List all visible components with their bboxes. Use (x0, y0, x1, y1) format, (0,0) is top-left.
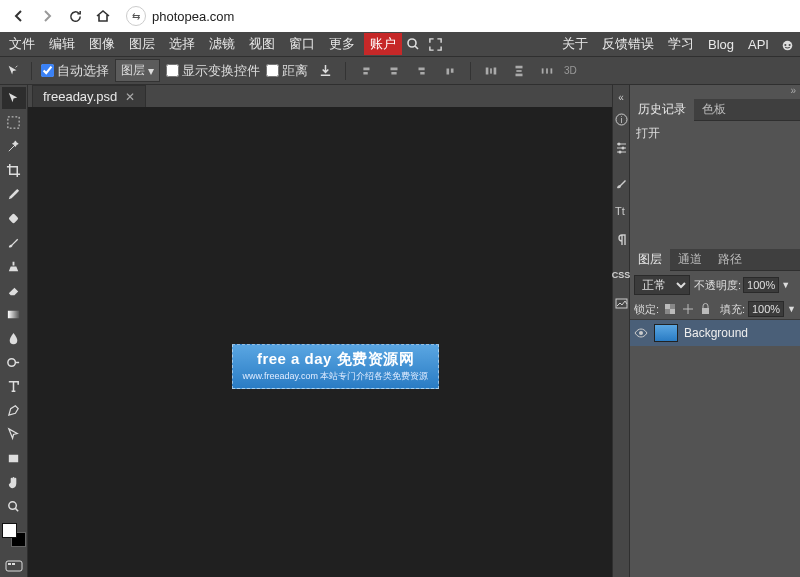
rail-brush-icon[interactable] (612, 169, 630, 197)
svg-rect-19 (6, 561, 22, 571)
layer-thumbnail[interactable] (654, 324, 678, 342)
move-tool[interactable] (2, 87, 26, 109)
distance-checkbox[interactable]: 距离 (266, 62, 308, 80)
healing-tool[interactable] (2, 207, 26, 229)
dodge-tool[interactable] (2, 351, 26, 373)
menu-learn[interactable]: 学习 (661, 32, 701, 56)
blur-tool[interactable] (2, 327, 26, 349)
menu-filter[interactable]: 滤镜 (202, 32, 242, 56)
tab-swatches[interactable]: 色板 (694, 98, 734, 121)
transform-controls-input[interactable] (166, 64, 179, 77)
svg-rect-28 (616, 299, 627, 308)
wand-tool[interactable] (2, 135, 26, 157)
search-icon[interactable] (402, 35, 424, 53)
select-target-label: 图层 (121, 62, 145, 79)
reddit-icon[interactable] (776, 35, 798, 53)
menu-about[interactable]: 关于 (555, 32, 595, 56)
history-item[interactable]: 打开 (636, 125, 794, 142)
options-more[interactable]: 3D (564, 65, 577, 76)
tab-paths[interactable]: 路径 (710, 248, 750, 271)
path-select-tool[interactable] (2, 423, 26, 445)
auto-select-checkbox[interactable]: 自动选择 (41, 62, 109, 80)
lock-all-icon[interactable] (698, 302, 713, 317)
quickmask-tool[interactable] (2, 555, 26, 577)
history-list[interactable]: 打开 (630, 121, 800, 249)
svg-text:i: i (620, 114, 622, 124)
site-info-icon[interactable]: ⇆ (126, 6, 146, 26)
foreground-color[interactable] (2, 523, 17, 538)
eyedropper-tool[interactable] (2, 183, 26, 205)
tab-history[interactable]: 历史记录 (630, 98, 694, 121)
align-top-icon[interactable] (439, 61, 461, 81)
layer-name[interactable]: Background (684, 326, 748, 340)
panels-collapse-icon[interactable]: » (630, 85, 800, 99)
reload-button[interactable] (64, 5, 86, 27)
address-bar[interactable]: ⇆ photopea.com (126, 6, 234, 26)
distribute-h-icon[interactable] (480, 61, 502, 81)
menu-api[interactable]: API (741, 34, 776, 55)
rail-image-icon[interactable] (612, 289, 630, 317)
close-tab-icon[interactable]: ✕ (125, 90, 135, 104)
align-center-h-icon[interactable] (383, 61, 405, 81)
menu-edit[interactable]: 编辑 (42, 32, 82, 56)
menu-window[interactable]: 窗口 (282, 32, 322, 56)
rail-paragraph-icon[interactable] (612, 225, 630, 253)
clone-tool[interactable] (2, 255, 26, 277)
rail-css-icon[interactable]: CSS (612, 261, 630, 289)
distance-input[interactable] (266, 64, 279, 77)
menu-view[interactable]: 视图 (242, 32, 282, 56)
svg-rect-10 (542, 68, 544, 73)
select-target-dropdown[interactable]: 图层 ▾ (115, 59, 160, 82)
tab-channels[interactable]: 通道 (670, 248, 710, 271)
fill-dropdown-icon[interactable]: ▼ (787, 304, 796, 314)
pen-tool[interactable] (2, 399, 26, 421)
marquee-tool[interactable] (2, 111, 26, 133)
layer-row[interactable]: Background (630, 320, 800, 346)
document-tab[interactable]: freeaday.psd ✕ (32, 85, 146, 107)
svg-rect-30 (665, 304, 670, 309)
color-swatches[interactable] (2, 523, 26, 547)
tab-layers[interactable]: 图层 (630, 248, 670, 271)
align-right-icon[interactable] (411, 61, 433, 81)
align-left-icon[interactable] (355, 61, 377, 81)
layer-visibility-icon[interactable] (634, 326, 648, 340)
auto-select-input[interactable] (41, 64, 54, 77)
lock-pixels-icon[interactable] (662, 302, 677, 317)
forward-button[interactable] (36, 5, 58, 27)
opacity-value[interactable]: 100% (743, 277, 779, 293)
opacity-dropdown-icon[interactable]: ▼ (781, 280, 790, 290)
menu-image[interactable]: 图像 (82, 32, 122, 56)
rail-character-icon[interactable]: Tt (612, 197, 630, 225)
back-button[interactable] (8, 5, 30, 27)
lock-position-icon[interactable] (680, 302, 695, 317)
text-tool[interactable] (2, 375, 26, 397)
rail-collapse-icon[interactable]: « (612, 89, 630, 105)
zoom-tool[interactable] (2, 495, 26, 517)
menu-account[interactable]: 账户 (364, 33, 402, 55)
rail-info-icon[interactable]: i (612, 105, 630, 133)
menu-feedback[interactable]: 反馈错误 (595, 32, 661, 56)
fill-value[interactable]: 100% (748, 301, 784, 317)
menu-file[interactable]: 文件 (2, 32, 42, 56)
crop-tool[interactable] (2, 159, 26, 181)
blend-mode-select[interactable]: 正常 (634, 275, 690, 295)
rail-adjust-icon[interactable] (612, 133, 630, 161)
menu-select[interactable]: 选择 (162, 32, 202, 56)
gradient-tool[interactable] (2, 303, 26, 325)
download-icon[interactable] (314, 61, 336, 81)
menu-blog[interactable]: Blog (701, 34, 741, 55)
canvas-stage[interactable]: free a day 免费资源网 www.freeaday.com 本站专门介绍… (28, 107, 612, 577)
canvas-content[interactable]: free a day 免费资源网 www.freeaday.com 本站专门介绍… (232, 344, 439, 389)
transform-controls-checkbox[interactable]: 显示变换控件 (166, 62, 260, 80)
menu-more[interactable]: 更多 (322, 32, 362, 56)
menu-layer[interactable]: 图层 (122, 32, 162, 56)
home-button[interactable] (92, 5, 114, 27)
fullscreen-icon[interactable] (424, 35, 446, 53)
brush-tool[interactable] (2, 231, 26, 253)
distribute-v-icon[interactable] (508, 61, 530, 81)
eraser-tool[interactable] (2, 279, 26, 301)
shape-tool[interactable] (2, 447, 26, 469)
canvas-title-text: free a day 免费资源网 (257, 350, 414, 369)
hand-tool[interactable] (2, 471, 26, 493)
distribute-spacing-icon[interactable] (536, 61, 558, 81)
